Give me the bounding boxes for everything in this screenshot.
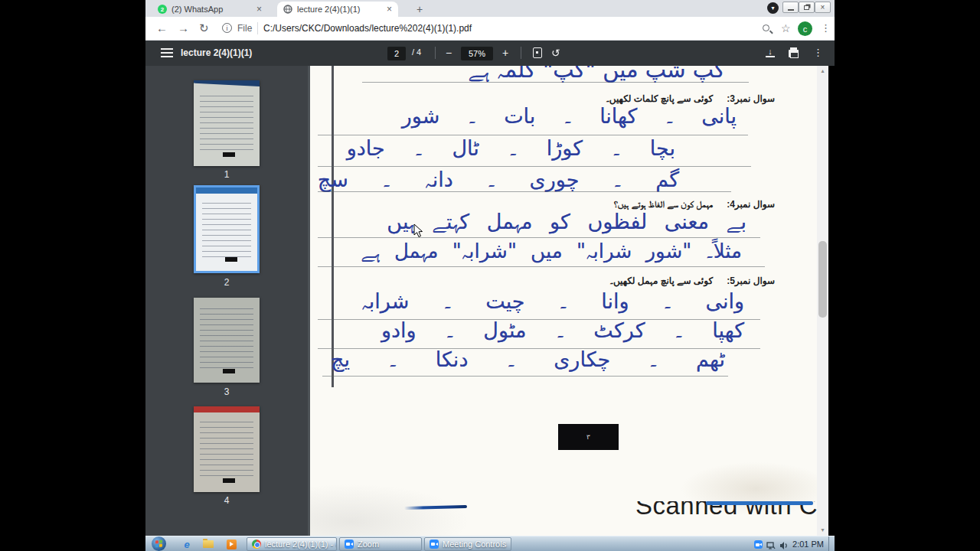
browser-menu-icon[interactable]: ⋮ (821, 21, 831, 36)
zoom-tray-icon[interactable] (754, 540, 763, 549)
bookmark-star-icon[interactable]: ☆ (781, 21, 791, 36)
search-icon[interactable] (763, 24, 769, 31)
zoom-out-button[interactable]: − (446, 47, 452, 58)
zoom-in-button[interactable]: + (502, 47, 508, 58)
network-icon[interactable] (766, 540, 776, 549)
question-label: سوال نمبر3: (727, 93, 775, 104)
profile-avatar[interactable]: c (798, 21, 812, 36)
thumbnail-page-4[interactable] (194, 406, 260, 492)
pdf-page: کپ شپ میں "کپ" کلمہ ہے سوال نمبر3: کوئی … (310, 66, 817, 536)
minimize-icon (788, 9, 794, 11)
thumbnail-content-lines (202, 198, 251, 257)
restore-button[interactable] (799, 2, 815, 13)
ruled-line (318, 266, 765, 267)
thumbnail-page-1[interactable] (194, 80, 260, 166)
info-icon[interactable]: i (222, 23, 232, 33)
ruled-line (362, 82, 749, 83)
taskbar-item-chrome[interactable]: lecture 2(4)(1)(1) - G... (247, 537, 337, 551)
thumbnail-label: 2 (194, 277, 260, 288)
whatsapp-icon: 2 (158, 5, 167, 14)
address-bar: ← → ↻ i File C:/Users/CKC/Downloads/lect… (145, 17, 835, 41)
clock[interactable]: 2:01 PM (792, 540, 824, 549)
taskbar-item-label: lecture 2(4)(1)(1) - G... (265, 540, 337, 549)
start-button[interactable] (152, 536, 166, 551)
handwriting-line: بچا ۔ کوڑا ۔ ٹال ۔ جادو (347, 136, 675, 161)
thumbnail-redaction (223, 152, 235, 157)
media-controls-button[interactable]: ▾ (767, 2, 779, 14)
hamburger-menu-icon[interactable] (161, 48, 173, 57)
pdf-more-options-icon[interactable]: ⋮ (813, 47, 823, 57)
ruled-line (318, 237, 760, 238)
windows-logo-icon (155, 540, 162, 548)
mouse-cursor (413, 223, 423, 238)
reload-icon[interactable]: ↻ (199, 21, 209, 36)
tab-close-icon[interactable]: × (256, 5, 262, 14)
pdf-toolbar: lecture 2(4)(1)(1) 2 / 4 − 57% + ↻ ↓ ⋮ (145, 41, 835, 66)
ruled-line (318, 166, 751, 167)
taskbar-item-zoom[interactable]: Zoom (339, 537, 422, 551)
tab-close-icon[interactable]: × (387, 5, 392, 14)
url-separator (257, 22, 258, 34)
tab-lecture[interactable]: lecture 2(4)(1)(1) × (277, 2, 398, 17)
back-icon[interactable]: ← (156, 21, 168, 36)
toolbar-divider (435, 47, 436, 59)
toolbar-divider (521, 47, 521, 59)
handwriting-line: پانی ۔ کھانا ۔ بات ۔ شور (402, 104, 737, 129)
new-tab-button[interactable]: + (412, 2, 427, 17)
thumbnail-redaction (225, 257, 237, 262)
tab-title: lecture 2(4)(1)(1) (297, 5, 382, 14)
scrollbar-thumb[interactable] (818, 241, 827, 318)
folder-icon (203, 540, 214, 548)
forward-icon[interactable]: → (178, 21, 189, 36)
media-app-icon[interactable] (225, 538, 237, 550)
thumbnail-label: 1 (194, 169, 260, 180)
restore-icon (804, 5, 809, 10)
tab-title: (2) WhatsApp (172, 5, 252, 14)
volume-icon[interactable] (779, 540, 789, 549)
scan-edge-shadow (332, 66, 334, 387)
question-label: سوال نمبر4: (727, 199, 775, 210)
url-text[interactable]: C:/Users/CKC/Downloads/lecture%202(4)(1)… (263, 23, 472, 34)
zoom-app-icon (430, 540, 439, 549)
ruled-line (318, 191, 731, 192)
redaction-box: ۳ (558, 424, 619, 450)
chrome-icon (252, 540, 261, 549)
fit-page-icon[interactable] (533, 47, 542, 58)
explorer-folder-icon[interactable] (202, 538, 214, 550)
thumbnail-label: 4 (194, 495, 260, 506)
scroll-up-icon[interactable]: ▴ (817, 66, 828, 77)
question-instruction: کوئی سے پانچ مہمل لکھیں۔ (609, 276, 713, 286)
thumbnail-content-lines (200, 417, 253, 478)
thumbnail-page-2-selected[interactable] (194, 185, 260, 273)
internet-explorer-icon[interactable]: e (181, 538, 193, 550)
page-number-input[interactable]: 2 (387, 47, 406, 60)
tab-whatsapp[interactable]: 2 (2) WhatsApp × (152, 2, 268, 17)
download-icon[interactable]: ↓ (766, 47, 775, 57)
taskbar-item-meeting-controls[interactable]: Meeting Controls (424, 537, 511, 551)
question-3-row: سوال نمبر3: کوئی سے پانچ کلمات لکھیں۔ (606, 93, 775, 104)
close-button[interactable]: × (815, 2, 831, 13)
thumbnail-scan-band (194, 80, 260, 86)
thumbnail-redaction (223, 369, 235, 373)
thumbnail-page-3[interactable] (194, 298, 260, 383)
thumbnail-label: 3 (194, 386, 260, 397)
handwriting-line: کھپا ۔ کرکٹ ۔ مٹول ۔ وادو (381, 318, 744, 343)
play-icon (227, 540, 237, 549)
question-label: سوال نمبر5: (727, 276, 775, 286)
show-desktop-button[interactable] (828, 536, 835, 551)
handwriting-line: مثلاً۔ "شور شرابہ" میں "شرابہ" مہمل ہے (361, 240, 742, 263)
minimize-button[interactable] (782, 2, 799, 13)
watermark-clip: Scanned with C (635, 501, 817, 536)
thumbnail-content-lines (200, 91, 253, 152)
scroll-down-icon[interactable]: ▾ (817, 525, 828, 536)
globe-icon (283, 5, 292, 14)
page-total-label: / 4 (412, 48, 421, 57)
vertical-scrollbar[interactable]: ▴ ▾ (817, 66, 828, 536)
zoom-level-chip[interactable]: 57% (461, 47, 493, 60)
screen: 2 (2) WhatsApp × lecture 2(4)(1)(1) × + … (0, 0, 980, 551)
rotate-icon[interactable]: ↻ (551, 47, 560, 58)
handwriting-line: گم ۔ چوری ۔ دانہ ۔ سچ (318, 168, 679, 192)
thumbnail-scan-band (196, 187, 257, 194)
print-icon[interactable] (789, 50, 799, 57)
ruled-line (322, 376, 728, 377)
